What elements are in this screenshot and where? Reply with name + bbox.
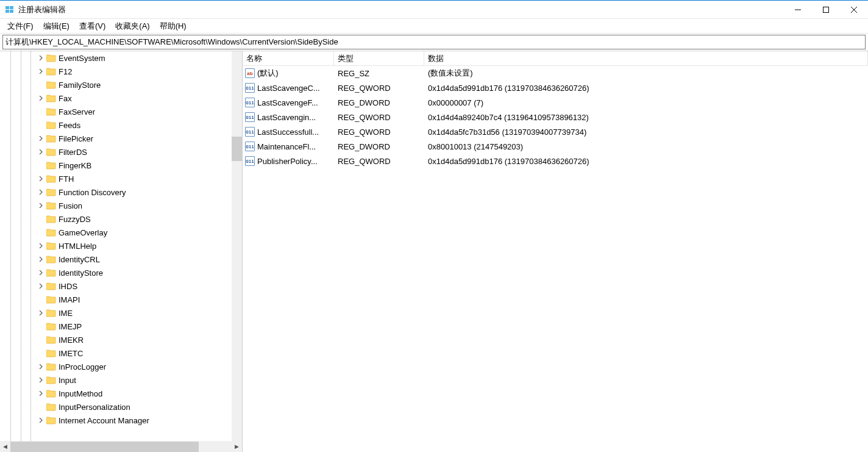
tree-vertical-thumb[interactable] <box>232 137 242 161</box>
tree-item-label: IdentityStore <box>59 268 103 278</box>
tree-horizontal-thumb[interactable] <box>10 442 199 452</box>
tree-item[interactable]: Internet Account Manager <box>0 414 242 427</box>
tree-vertical-scrollbar[interactable] <box>232 51 242 441</box>
tree-item[interactable]: FaxServer <box>0 105 242 118</box>
tree-item[interactable]: IHDS <box>0 279 242 293</box>
scroll-right-arrow[interactable]: ▶ <box>232 442 242 452</box>
expand-icon[interactable] <box>37 67 45 76</box>
expand-icon[interactable] <box>37 376 45 384</box>
expand-icon[interactable] <box>37 174 45 183</box>
value-name-text: PublisherPolicy... <box>257 157 318 166</box>
tree-item[interactable]: Input <box>0 373 242 387</box>
tree-item[interactable]: Fax <box>0 91 242 105</box>
tree-item[interactable]: IMETC <box>0 346 242 360</box>
tree-item[interactable]: Feeds <box>0 118 242 132</box>
tree-item-label: FuzzyDS <box>59 215 91 224</box>
value-row[interactable]: 011PublisherPolicy...REG_QWORD0x1d4da5d9… <box>243 154 868 168</box>
value-row[interactable]: 011LastScavengin...REG_QWORD0x1d4d4a8924… <box>243 110 868 124</box>
column-type[interactable]: 类型 <box>334 51 424 65</box>
column-data[interactable]: 数据 <box>424 51 868 65</box>
menu-help[interactable]: 帮助(H) <box>155 20 191 33</box>
value-data-cell: 0x1d4d4a89240b7c4 (131964109573896132) <box>424 113 868 122</box>
tree-item-label: Feeds <box>59 121 80 130</box>
tree-horizontal-scrollbar[interactable]: ◀ ▶ <box>0 441 242 452</box>
tree-item[interactable]: IMEKR <box>0 333 242 346</box>
tree-item[interactable]: IMEJP <box>0 320 242 333</box>
tree-item[interactable]: IdentityStore <box>0 266 242 279</box>
reg-binary-icon: 011 <box>245 127 255 137</box>
reg-binary-icon: 011 <box>245 156 255 166</box>
tree-item[interactable]: InputMethod <box>0 387 242 400</box>
tree-item[interactable]: InProcLogger <box>0 360 242 373</box>
svg-rect-0 <box>5 6 9 9</box>
expand-icon[interactable] <box>37 416 45 425</box>
tree-item[interactable]: HTMLHelp <box>0 239 242 253</box>
expand-icon[interactable] <box>37 362 45 371</box>
svg-rect-2 <box>5 10 9 13</box>
tree-item-label: Fusion <box>59 201 82 210</box>
expand-icon[interactable] <box>37 188 45 196</box>
tree-item-label: FaxServer <box>59 107 95 117</box>
reg-binary-icon: 011 <box>245 112 255 122</box>
expand-icon[interactable] <box>37 201 45 210</box>
expand-icon[interactable] <box>37 255 45 264</box>
value-row[interactable]: ab(默认)REG_SZ(数值未设置) <box>243 66 868 81</box>
value-type-cell: REG_DWORD <box>334 98 424 107</box>
value-type-cell: REG_QWORD <box>334 113 424 122</box>
value-data-cell: 0x80010013 (2147549203) <box>424 142 868 151</box>
menu-view[interactable]: 查看(V) <box>74 20 110 33</box>
menu-favorites[interactable]: 收藏夹(A) <box>110 20 154 33</box>
minimize-button[interactable] <box>784 1 812 19</box>
tree-item[interactable]: IME <box>0 306 242 320</box>
close-button[interactable] <box>840 1 868 19</box>
tree-item[interactable]: FuzzyDS <box>0 212 242 226</box>
tree-item[interactable]: FilePicker <box>0 132 242 145</box>
tree-item[interactable]: IdentityCRL <box>0 253 242 266</box>
expand-icon[interactable] <box>37 54 45 62</box>
tree-item[interactable]: EventSystem <box>0 51 242 65</box>
value-name-text: (默认) <box>257 68 279 79</box>
expand-icon[interactable] <box>37 268 45 277</box>
scroll-left-arrow[interactable]: ◀ <box>0 442 10 452</box>
menu-edit[interactable]: 编辑(E) <box>38 20 74 33</box>
column-name[interactable]: 名称 <box>243 51 334 65</box>
expand-icon[interactable] <box>37 148 45 156</box>
tree-item[interactable]: FilterDS <box>0 145 242 159</box>
tree-item-label: IHDS <box>59 282 77 291</box>
tree-item[interactable]: FingerKB <box>0 159 242 172</box>
value-row[interactable]: 011LastScavengeC...REG_QWORD0x1d4da5d991… <box>243 81 868 95</box>
expand-icon[interactable] <box>37 134 45 143</box>
app-icon <box>5 5 15 15</box>
expand-icon[interactable] <box>37 242 45 250</box>
value-name-cell: 011LastScavengeC... <box>243 83 334 93</box>
tree-item[interactable]: F12 <box>0 65 242 78</box>
tree-item[interactable]: FamilyStore <box>0 78 242 91</box>
address-text: 计算机\HKEY_LOCAL_MACHINE\SOFTWARE\Microsof… <box>5 37 338 48</box>
tree-item[interactable]: Fusion <box>0 199 242 212</box>
address-bar[interactable]: 计算机\HKEY_LOCAL_MACHINE\SOFTWARE\Microsof… <box>2 35 866 49</box>
menu-file[interactable]: 文件(F) <box>2 20 38 33</box>
reg-string-icon: ab <box>245 68 255 78</box>
tree-item[interactable]: Function Discovery <box>0 185 242 199</box>
tree-item[interactable]: InputPersonalization <box>0 400 242 414</box>
tree-item-label: Fax <box>59 94 72 103</box>
value-row[interactable]: 011MaintenanceFl...REG_DWORD0x80010013 (… <box>243 139 868 154</box>
tree-item-label: GameOverlay <box>59 228 107 237</box>
reg-binary-icon: 011 <box>245 142 255 151</box>
expand-icon[interactable] <box>37 282 45 290</box>
tree-item[interactable]: FTH <box>0 172 242 185</box>
menubar: 文件(F) 编辑(E) 查看(V) 收藏夹(A) 帮助(H) <box>0 19 868 34</box>
titlebar[interactable]: 注册表编辑器 <box>0 1 868 19</box>
tree-pane[interactable]: EventSystemF12FamilyStoreFaxFaxServerFee… <box>0 51 243 452</box>
value-list[interactable]: ab(默认)REG_SZ(数值未设置)011LastScavengeC...RE… <box>243 66 868 452</box>
value-name-cell: 011MaintenanceFl... <box>243 142 334 151</box>
expand-icon[interactable] <box>37 94 45 102</box>
tree-item[interactable]: IMAPI <box>0 293 242 306</box>
tree-item[interactable]: GameOverlay <box>0 226 242 239</box>
maximize-button[interactable] <box>812 1 840 19</box>
value-row[interactable]: 011LastScavengeF...REG_DWORD0x00000007 (… <box>243 95 868 110</box>
expand-icon[interactable] <box>37 389 45 398</box>
value-row[interactable]: 011LastSuccessfull...REG_QWORD0x1d4da5fc… <box>243 124 868 139</box>
tree-item-label: FTH <box>59 174 74 184</box>
expand-icon[interactable] <box>37 309 45 317</box>
